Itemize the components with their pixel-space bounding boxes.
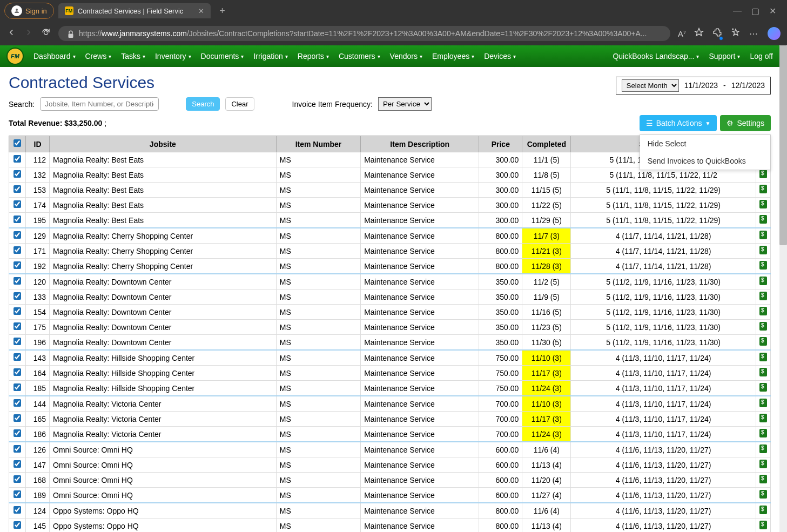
favorites-icon[interactable]	[731, 28, 741, 39]
batch-actions-button[interactable]: ☰ Batch Actions ▼	[640, 115, 717, 131]
nav-item-customers[interactable]: Customers▾	[339, 52, 380, 60]
clear-button[interactable]: Clear	[225, 97, 254, 111]
nav-item-irrigation[interactable]: Irrigation▾	[253, 52, 287, 60]
row-checkbox[interactable]	[14, 429, 21, 437]
row-checkbox[interactable]	[14, 368, 21, 376]
nav-item-tasks[interactable]: Tasks▾	[121, 52, 145, 60]
back-icon[interactable]	[6, 28, 16, 39]
invoice-icon[interactable]	[759, 337, 767, 346]
invoice-icon[interactable]	[759, 261, 767, 270]
browser-tab[interactable]: FM Contracted Services | Field Servic ✕	[58, 3, 211, 18]
scrollbar[interactable]	[779, 45, 787, 532]
column-header[interactable]: Price	[479, 136, 522, 152]
row-checkbox[interactable]	[14, 399, 21, 407]
search-input[interactable]	[40, 97, 159, 111]
row-checkbox[interactable]	[14, 155, 21, 163]
minimize-icon[interactable]: —	[733, 6, 742, 16]
nav-item-reports[interactable]: Reports▾	[298, 52, 329, 60]
row-checkbox[interactable]	[14, 185, 21, 193]
row-checkbox[interactable]	[14, 246, 21, 254]
invoice-icon[interactable]	[759, 460, 767, 468]
row-checkbox[interactable]	[14, 490, 21, 498]
row-checkbox[interactable]	[14, 200, 21, 208]
invoice-icon[interactable]	[759, 322, 767, 331]
close-tab-icon[interactable]: ✕	[198, 7, 204, 15]
column-header[interactable]: ID	[26, 136, 50, 152]
invoice-icon[interactable]	[759, 445, 767, 453]
month-select[interactable]: Select Month	[622, 79, 679, 92]
row-checkbox[interactable]	[14, 216, 21, 223]
column-header[interactable]: Completed	[522, 136, 571, 152]
date-from: 11/1/2023	[684, 81, 718, 90]
dropdown-hide-select[interactable]: Hide Select	[640, 135, 770, 152]
nav-item-crews[interactable]: Crews▾	[85, 52, 112, 60]
frequency-select[interactable]: Per Service	[378, 97, 432, 111]
invoice-icon[interactable]	[759, 185, 767, 193]
invoice-icon[interactable]	[759, 383, 767, 392]
sign-in-button[interactable]: Sign in	[4, 3, 54, 19]
select-all-checkbox[interactable]	[14, 139, 21, 147]
row-checkbox[interactable]	[14, 170, 21, 178]
row-checkbox[interactable]	[14, 506, 21, 514]
invoice-icon[interactable]	[759, 170, 767, 178]
column-header[interactable]: Item Number	[276, 136, 360, 152]
invoice-icon[interactable]	[759, 277, 767, 285]
nav-item-employees[interactable]: Employees▾	[432, 52, 474, 60]
invoice-icon[interactable]	[759, 490, 767, 499]
invoice-icon[interactable]	[759, 521, 767, 529]
invoice-icon[interactable]	[759, 292, 767, 300]
nav-item-dashboard[interactable]: Dashboard▾	[33, 52, 76, 60]
close-window-icon[interactable]: ✕	[769, 6, 776, 16]
row-checkbox[interactable]	[14, 292, 21, 300]
column-header[interactable]	[9, 136, 26, 152]
invoice-icon[interactable]	[759, 307, 767, 315]
column-header[interactable]: Item Description	[361, 136, 479, 152]
brand-logo-icon[interactable]: FM	[6, 48, 24, 65]
row-checkbox[interactable]	[14, 445, 21, 453]
invoice-icon[interactable]	[759, 368, 767, 376]
invoice-icon[interactable]	[759, 506, 767, 514]
reader-icon[interactable]: A⁊	[678, 29, 685, 38]
nav-item-vendors[interactable]: Vendors▾	[390, 52, 422, 60]
invoice-icon[interactable]	[759, 475, 767, 483]
nav-item-right-1[interactable]: Support▾	[709, 52, 740, 60]
menu-icon[interactable]: ⋯	[749, 29, 759, 39]
nav-item-devices[interactable]: Devices▾	[484, 52, 516, 60]
row-checkbox[interactable]	[14, 307, 21, 315]
copilot-icon[interactable]	[768, 27, 781, 40]
row-checkbox[interactable]	[14, 475, 21, 483]
row-checkbox[interactable]	[14, 460, 21, 468]
row-checkbox[interactable]	[14, 277, 21, 285]
invoice-icon[interactable]	[759, 429, 767, 437]
nav-item-inventory[interactable]: Inventory▾	[155, 52, 191, 60]
invoice-icon[interactable]	[759, 414, 767, 422]
row-checkbox[interactable]	[14, 521, 21, 529]
row-checkbox[interactable]	[14, 231, 21, 239]
invoice-icon[interactable]	[759, 200, 767, 208]
cell-id: 124	[26, 503, 50, 518]
row-checkbox[interactable]	[14, 261, 21, 269]
search-button[interactable]: Search	[186, 97, 220, 111]
row-checkbox[interactable]	[14, 383, 21, 391]
dropdown-send-invoices[interactable]: Send Invoices to QuickBooks	[640, 152, 770, 170]
settings-button[interactable]: ⚙ Settings	[720, 115, 771, 131]
maximize-icon[interactable]: ▢	[751, 6, 759, 16]
row-checkbox[interactable]	[14, 322, 21, 330]
invoice-icon[interactable]	[759, 353, 767, 361]
refresh-icon[interactable]	[41, 28, 51, 39]
nav-item-documents[interactable]: Documents▾	[201, 52, 244, 60]
invoice-icon[interactable]	[759, 215, 767, 224]
new-tab-button[interactable]: +	[215, 5, 230, 17]
invoice-icon[interactable]	[759, 246, 767, 254]
nav-item-right-2[interactable]: Log off	[750, 52, 773, 60]
row-checkbox[interactable]	[14, 338, 21, 345]
address-bar[interactable]: https://www.janmarsystems.com/Jobsites/C…	[58, 26, 670, 41]
invoice-icon[interactable]	[759, 231, 767, 239]
invoice-icon[interactable]	[759, 399, 767, 407]
row-checkbox[interactable]	[14, 414, 21, 422]
nav-item-right-0[interactable]: QuickBooks Landscap...▾	[613, 52, 699, 60]
extensions-icon[interactable]	[712, 28, 722, 39]
star-icon[interactable]	[694, 28, 704, 39]
column-header[interactable]: Jobsite	[50, 136, 277, 152]
row-checkbox[interactable]	[14, 353, 21, 361]
